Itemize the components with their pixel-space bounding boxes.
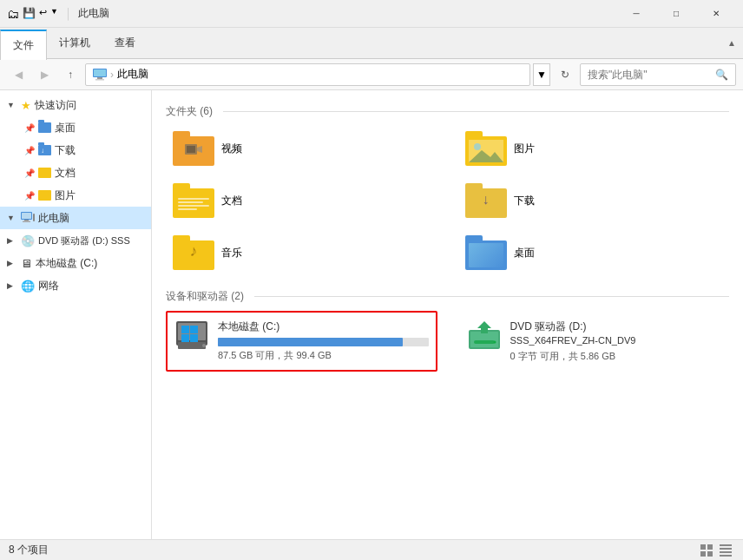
sidebar-item-documents[interactable]: 📌 文档: [0, 161, 151, 184]
svg-rect-8: [33, 214, 35, 221]
folder-item-download[interactable]: ↓ 下载: [458, 178, 730, 223]
main-layout: ▼ ★ 快速访问 📌 桌面 📌 ↓ 下载 📌 文档 📌 图片: [0, 90, 743, 539]
folder-item-music[interactable]: ♪ 音乐: [166, 230, 437, 275]
status-text: 8 个项目: [9, 543, 49, 557]
sidebar-label-dvd: DVD 驱动器 (D:) SSS: [38, 234, 130, 247]
svg-rect-32: [720, 544, 732, 546]
sidebar-label-quickaccess: 快速访问: [35, 98, 76, 113]
folder-item-desktop[interactable]: 桌面: [458, 230, 730, 275]
sidebar-item-localdisk[interactable]: ▶ 🖥 本地磁盘 (C:): [0, 252, 151, 274]
drive-info-c: 本地磁盘 (C:) 87.5 GB 可用，共 99.4 GB: [218, 320, 429, 362]
svg-rect-18: [190, 326, 198, 333]
hdd-icon: [174, 320, 209, 351]
folder-icon-picture: [465, 131, 507, 166]
expand-arrow-thispc: ▼: [7, 214, 17, 222]
svg-rect-11: [187, 146, 195, 153]
sidebar-label-localdisk: 本地磁盘 (C:): [36, 256, 97, 271]
sidebar-item-dvd[interactable]: ▶ 💿 DVD 驱动器 (D:) SSS: [0, 229, 151, 252]
title-bar-icons: 🗂 💾 ↩ ▼: [7, 7, 58, 21]
address-current: 此电脑: [117, 67, 148, 82]
drive-item-c[interactable]: 本地磁盘 (C:) 87.5 GB 可用，共 99.4 GB: [166, 311, 437, 372]
folder-label-video: 视频: [221, 142, 242, 156]
save-icon[interactable]: 💾: [23, 7, 36, 21]
view-buttons: [698, 542, 734, 559]
svg-rect-6: [24, 220, 29, 221]
svg-rect-19: [181, 334, 189, 342]
svg-rect-20: [190, 334, 198, 342]
sidebar-item-thispc[interactable]: ▼ 此电脑: [0, 207, 151, 229]
ribbon-collapse-icon[interactable]: ▲: [727, 38, 736, 48]
pin-icon-desktop: 📌: [24, 123, 35, 133]
folder-icon-music: ♪: [173, 235, 214, 270]
section-divider: [223, 111, 729, 112]
drive-bar-fill-c: [218, 338, 403, 346]
sidebar-label-network: 网络: [38, 279, 59, 293]
address-dropdown[interactable]: ▼: [533, 63, 550, 86]
view-btn-list[interactable]: [717, 542, 734, 559]
pin-icon-downloads: 📌: [24, 146, 35, 155]
svg-point-13: [474, 143, 481, 150]
star-icon: ★: [21, 99, 31, 112]
pin-icon-pictures: 📌: [24, 191, 35, 201]
dropdown-icon[interactable]: ▼: [50, 7, 58, 21]
drive-bar-bg-c: [218, 338, 429, 346]
view-btn-grid[interactable]: [698, 542, 715, 559]
refresh-button[interactable]: ↻: [554, 63, 576, 86]
grid-view-icon: [700, 544, 713, 557]
address-separator: ›: [110, 69, 114, 81]
folders-section-header: 文件夹 (6): [166, 104, 729, 119]
minimize-button[interactable]: ─: [616, 0, 656, 28]
search-input[interactable]: [588, 69, 712, 81]
title-separator: │: [65, 8, 72, 20]
sidebar-item-desktop[interactable]: 📌 桌面: [0, 116, 151, 139]
tab-view[interactable]: 查看: [102, 28, 148, 58]
undo-icon[interactable]: ↩: [39, 7, 47, 21]
sidebar-label-desktop: 桌面: [55, 121, 76, 135]
svg-rect-1: [94, 69, 106, 76]
tab-file[interactable]: 文件: [0, 30, 47, 60]
drive-subname-d: SSS_X64FREV_ZH-CN_DV9: [510, 335, 636, 346]
sidebar-item-quickaccess[interactable]: ▼ ★ 快速访问: [0, 94, 151, 116]
expand-arrow-quickaccess: ▼: [7, 101, 17, 109]
sidebar-item-network[interactable]: ▶ 🌐 网络: [0, 274, 151, 297]
drive-info-d: DVD 驱动器 (D:) SSS_X64FREV_ZH-CN_DV9 0 字节 …: [510, 320, 721, 363]
svg-point-27: [493, 341, 496, 344]
folder-item-document[interactable]: 文档: [166, 178, 437, 223]
ribbon: 文件 计算机 查看 ▲: [0, 28, 743, 59]
folder-icon-download: ↓: [465, 183, 507, 218]
svg-rect-30: [700, 551, 706, 557]
window-title: 此电脑: [78, 6, 616, 21]
folder-item-picture[interactable]: 图片: [458, 126, 730, 171]
content-area: 文件夹 (6): [152, 90, 743, 539]
svg-rect-7: [23, 221, 30, 223]
svg-marker-10: [197, 146, 202, 153]
up-button[interactable]: ↑: [59, 63, 82, 86]
folder-icon-desktop-item: [465, 235, 507, 270]
drive-size-c: 87.5 GB 可用，共 99.4 GB: [218, 349, 429, 362]
picture-overlay-icon: [469, 140, 503, 162]
svg-rect-35: [720, 555, 732, 557]
dvd-drive-icon: [467, 320, 502, 351]
forward-button[interactable]: ▶: [33, 63, 56, 86]
folders-section-label: 文件夹 (6): [166, 104, 213, 119]
folder-label-desktop: 桌面: [514, 246, 535, 260]
sidebar-item-downloads[interactable]: 📌 ↓ 下载: [0, 139, 151, 161]
folder-icon-pictures: [38, 190, 51, 201]
computer-icon: [93, 69, 107, 81]
sidebar-label-documents: 文档: [55, 166, 76, 181]
drive-grid: 本地磁盘 (C:) 87.5 GB 可用，共 99.4 GB: [166, 311, 729, 372]
svg-rect-17: [181, 326, 189, 333]
folder-grid: 视频 图片: [166, 126, 729, 275]
close-button[interactable]: ✕: [696, 0, 736, 28]
back-button[interactable]: ◀: [7, 63, 30, 86]
tab-computer[interactable]: 计算机: [47, 28, 102, 58]
drive-item-d[interactable]: DVD 驱动器 (D:) SSS_X64FREV_ZH-CN_DV9 0 字节 …: [458, 311, 730, 372]
search-box[interactable]: 🔍: [580, 63, 736, 86]
svg-rect-26: [474, 340, 495, 344]
svg-rect-2: [97, 77, 102, 79]
sidebar-item-pictures[interactable]: 📌 图片: [0, 184, 151, 207]
address-path[interactable]: › 此电脑: [85, 63, 530, 86]
drive-name-d: DVD 驱动器 (D:) SSS_X64FREV_ZH-CN_DV9: [510, 320, 721, 346]
folder-item-video[interactable]: 视频: [166, 126, 437, 171]
maximize-button[interactable]: □: [656, 0, 696, 28]
